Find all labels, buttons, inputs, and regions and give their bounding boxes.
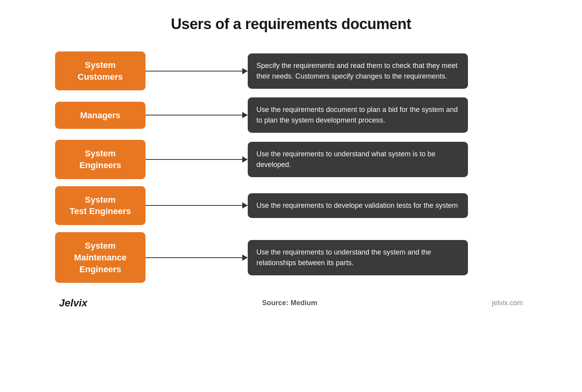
arrow-system-test-engineers bbox=[146, 200, 248, 211]
description-system-customers: Specify the requirements and read them t… bbox=[248, 53, 468, 89]
description-managers: Use the requirements document to plan a … bbox=[248, 97, 468, 133]
footer-brand: Jelvix bbox=[59, 297, 87, 309]
arrow-line-system-customers bbox=[146, 71, 242, 71]
arrow-line-system-engineers bbox=[146, 159, 242, 160]
footer: Jelvix Source: Medium jelvix.com bbox=[55, 297, 527, 309]
diagram-row-system-maintenance-engineers: System Maintenance EngineersUse the requ… bbox=[55, 232, 527, 283]
diagram-row-system-test-engineers: System Test EngineersUse the requirement… bbox=[55, 186, 527, 225]
diagram-row-system-engineers: System EngineersUse the requirements to … bbox=[55, 140, 527, 179]
category-label-managers: Managers bbox=[55, 102, 146, 129]
category-label-system-engineers: System Engineers bbox=[55, 140, 146, 179]
arrow-line-system-maintenance-engineers bbox=[146, 257, 242, 258]
description-system-maintenance-engineers: Use the requirements to understand the s… bbox=[248, 240, 468, 275]
arrow-system-customers bbox=[146, 65, 248, 77]
arrow-managers bbox=[146, 109, 248, 121]
arrow-system-engineers bbox=[146, 154, 248, 165]
arrow-system-maintenance-engineers bbox=[146, 252, 248, 264]
footer-source: Source: Medium bbox=[262, 299, 317, 307]
category-label-system-maintenance-engineers: System Maintenance Engineers bbox=[55, 232, 146, 283]
diagram-row-managers: ManagersUse the requirements document to… bbox=[55, 97, 527, 133]
arrow-head-system-engineers bbox=[242, 156, 248, 163]
arrow-head-system-customers bbox=[242, 68, 248, 74]
description-system-engineers: Use the requirements to understand what … bbox=[248, 142, 468, 177]
footer-source-value: Medium bbox=[291, 299, 317, 307]
description-system-test-engineers: Use the requirements to develope validat… bbox=[248, 193, 468, 218]
arrow-head-managers bbox=[242, 112, 248, 118]
diagram-row-system-customers: System CustomersSpecify the requirements… bbox=[55, 51, 527, 90]
category-label-system-customers: System Customers bbox=[55, 51, 146, 90]
diagram: System CustomersSpecify the requirements… bbox=[55, 51, 527, 283]
page-title: Users of a requirements document bbox=[171, 16, 411, 33]
arrow-line-managers bbox=[146, 115, 242, 115]
footer-url: jelvix.com bbox=[492, 299, 523, 307]
footer-source-label: Source: bbox=[262, 299, 289, 307]
arrow-head-system-test-engineers bbox=[242, 202, 248, 209]
category-label-system-test-engineers: System Test Engineers bbox=[55, 186, 146, 225]
arrow-head-system-maintenance-engineers bbox=[242, 255, 248, 261]
arrow-line-system-test-engineers bbox=[146, 205, 242, 206]
